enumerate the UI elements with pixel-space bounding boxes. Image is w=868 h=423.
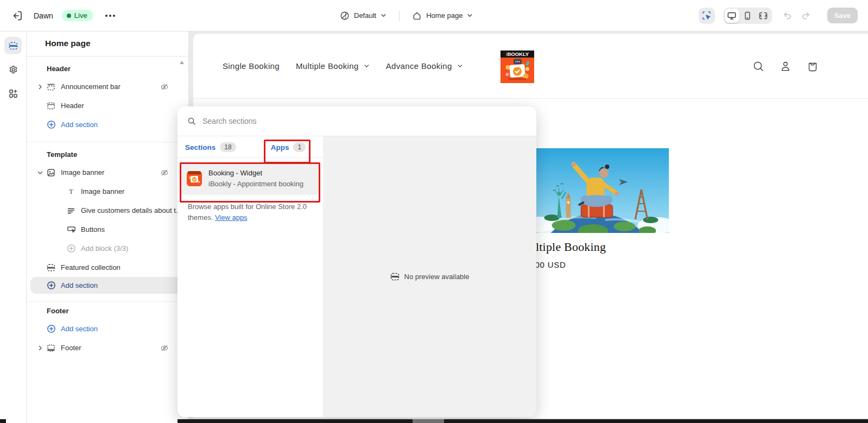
chevron-right-icon[interactable] bbox=[37, 84, 46, 90]
nav-item-single-booking[interactable]: Single Booking bbox=[223, 61, 280, 71]
topbar: Dawn Live Default Home page bbox=[0, 0, 868, 31]
tab-sections-label: Sections bbox=[185, 143, 216, 151]
scrollbar-corner bbox=[0, 419, 6, 423]
device-preview-segment bbox=[724, 8, 772, 24]
add-block-button-disabled: Add block (3/3) bbox=[27, 239, 188, 258]
section-row-announcement-bar[interactable]: Announcement bar bbox=[27, 77, 188, 96]
chevron-down-icon bbox=[381, 12, 387, 18]
add-section-button-template-active[interactable]: Add section bbox=[30, 277, 185, 294]
header-icon bbox=[46, 102, 56, 110]
theme-style-selector[interactable]: Default bbox=[338, 8, 389, 24]
page-selector[interactable]: Home page bbox=[410, 8, 475, 24]
tab-apps-label: Apps bbox=[271, 143, 289, 151]
desktop-icon bbox=[727, 11, 737, 21]
view-apps-link[interactable]: View apps bbox=[215, 213, 248, 222]
topbar-divider bbox=[399, 10, 400, 21]
more-menu-button[interactable] bbox=[102, 11, 118, 20]
save-button[interactable]: Save bbox=[827, 8, 858, 23]
eye-off-icon[interactable] bbox=[160, 168, 169, 177]
undo-button[interactable] bbox=[781, 9, 795, 23]
nav-item-advance-booking[interactable]: Advance Booking bbox=[386, 61, 463, 71]
add-section-label: Add section bbox=[61, 325, 182, 333]
fullwidth-preview-button[interactable] bbox=[756, 9, 771, 23]
eye-off-icon[interactable] bbox=[160, 344, 169, 352]
group-footer: Footer Add section Footer bbox=[27, 301, 188, 365]
exit-editor-button[interactable] bbox=[9, 8, 25, 24]
section-row-featured-collection[interactable]: Featured collection bbox=[27, 258, 188, 277]
tab-sections[interactable]: Sections 18 bbox=[185, 142, 236, 152]
horizontal-scrollbar-thumb[interactable] bbox=[413, 419, 444, 423]
exit-icon bbox=[11, 10, 23, 22]
rail-theme-settings-button[interactable] bbox=[4, 61, 22, 78]
add-block-label: Add block (3/3) bbox=[81, 244, 182, 252]
nav-caret-icon bbox=[457, 63, 463, 69]
nav-item-multiple-booking[interactable]: Multiple Booking bbox=[296, 61, 370, 71]
tab-apps-count: 1 bbox=[293, 142, 306, 152]
live-badge-label: Live bbox=[74, 11, 87, 20]
panel-title: Home page bbox=[27, 31, 188, 56]
footer-icon bbox=[46, 344, 56, 352]
nav-label: Multiple Booking bbox=[296, 61, 359, 71]
chevron-down-icon[interactable] bbox=[37, 169, 46, 176]
account-icon[interactable] bbox=[779, 60, 792, 73]
add-circle-icon bbox=[66, 244, 76, 253]
ibookly-logo-icon: iBOOKLY bbox=[500, 50, 534, 83]
editor-rail bbox=[0, 31, 27, 423]
section-row-header[interactable]: Header bbox=[27, 96, 188, 115]
nav-label: Single Booking bbox=[223, 61, 280, 71]
no-preview-label: No preview available bbox=[404, 273, 470, 281]
inspect-element-button[interactable] bbox=[699, 8, 715, 24]
cart-icon[interactable] bbox=[806, 60, 819, 73]
search-sections-input[interactable] bbox=[201, 116, 527, 126]
group-footer-label: Footer bbox=[47, 305, 188, 316]
desktop-preview-button[interactable] bbox=[725, 9, 739, 23]
popup-body: Sections 18 Apps 1 bbox=[178, 136, 536, 417]
redo-button[interactable] bbox=[799, 9, 813, 23]
chevron-right-icon[interactable] bbox=[37, 345, 46, 351]
home-icon bbox=[412, 11, 422, 21]
panel-scrollbar-up-arrow[interactable] bbox=[180, 61, 184, 64]
section-icon bbox=[390, 272, 400, 281]
group-header: Header Announcement bar Header Add secti… bbox=[27, 56, 188, 142]
block-row-label: Buttons bbox=[81, 225, 182, 233]
add-section-label: Add section bbox=[61, 121, 182, 129]
popup-preview-column: No preview available bbox=[323, 136, 536, 417]
horizontal-scrollbar[interactable] bbox=[178, 419, 868, 423]
eye-off-icon[interactable] bbox=[160, 83, 169, 91]
product-image[interactable] bbox=[524, 148, 669, 233]
tab-apps[interactable]: Apps 1 bbox=[271, 142, 306, 152]
chevron-down-icon bbox=[467, 12, 473, 18]
apps-icon bbox=[9, 89, 18, 98]
rail-apps-button[interactable] bbox=[4, 85, 22, 102]
globe-icon bbox=[340, 11, 350, 21]
announcement-bar-icon bbox=[46, 83, 56, 91]
add-section-button-header[interactable]: Add section bbox=[27, 115, 188, 134]
group-template-label: Template bbox=[47, 149, 188, 160]
block-row-buttons[interactable]: Buttons bbox=[27, 220, 188, 239]
app-item-texts: Booking - Widget iBookly - Appointment b… bbox=[208, 168, 303, 190]
page-selector-label: Home page bbox=[426, 11, 462, 20]
svg-text:T: T bbox=[69, 187, 73, 195]
section-row-image-banner[interactable]: Image banner bbox=[27, 163, 188, 182]
block-row-image-banner-heading[interactable]: T Image banner bbox=[27, 182, 188, 201]
mobile-preview-button[interactable] bbox=[740, 9, 755, 23]
section-row-footer[interactable]: Footer bbox=[27, 338, 188, 357]
section-row-label: Featured collection bbox=[61, 263, 182, 272]
rail-sections-button[interactable] bbox=[4, 37, 22, 54]
buttons-cursor-icon bbox=[66, 225, 76, 234]
group-template: Template Image banner T Image banner Giv… bbox=[27, 142, 188, 301]
add-section-popup: Sections 18 Apps 1 bbox=[178, 106, 536, 417]
app-list-item-booking-widget[interactable]: Booking - Widget iBookly - Appointment b… bbox=[180, 162, 320, 195]
redo-icon bbox=[801, 10, 811, 21]
block-row-text[interactable]: Give customers details about t... bbox=[27, 201, 188, 220]
nav-label: Advance Booking bbox=[386, 61, 452, 71]
store-logo[interactable]: iBOOKLY bbox=[500, 50, 534, 83]
section-row-label: Image banner bbox=[61, 168, 160, 176]
mobile-icon bbox=[743, 11, 752, 21]
search-icon[interactable] bbox=[752, 60, 765, 73]
block-row-label: Give customers details about t... bbox=[81, 206, 182, 214]
app-logo-icon bbox=[187, 171, 202, 186]
popup-search-row bbox=[178, 106, 536, 136]
add-section-button-footer[interactable]: Add section bbox=[27, 319, 188, 338]
fullscreen-icon bbox=[758, 11, 768, 21]
